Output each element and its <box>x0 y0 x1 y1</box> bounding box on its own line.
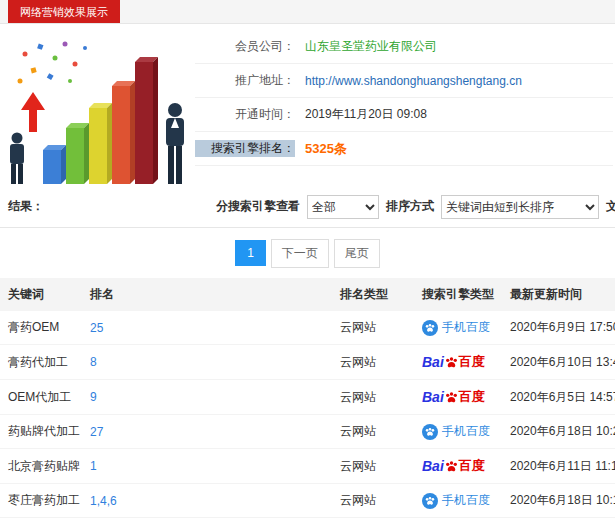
paw-icon <box>425 496 435 506</box>
mobile-baidu-icon: 手机百度 <box>422 319 490 336</box>
info-field-row: 搜索引擎排名：5325条 <box>195 132 613 166</box>
result-label: 结果： <box>8 198 44 215</box>
rank-cell[interactable]: 9 <box>82 380 332 415</box>
info-field-value: 5325条 <box>305 140 347 158</box>
topbar: 网络营销效果展示 <box>0 0 615 24</box>
info-field-label: 推广地址： <box>195 72 295 89</box>
engine-cell: 手机百度 <box>414 311 502 345</box>
rank-type-cell: 云网站 <box>332 345 414 380</box>
businessman-right-graphic <box>166 103 184 184</box>
engine-cell: Bai百度 <box>414 449 502 484</box>
keyword-cell: 膏药代加工 <box>0 345 82 380</box>
time-cell: 2020年6月11日 11:18 <box>502 449 615 484</box>
table-row: 膏药OEM25云网站手机百度2020年6月9日 17:50 <box>0 311 615 345</box>
page: 网络营销效果展示 <box>0 0 615 520</box>
paw-icon <box>425 427 435 437</box>
baidu-logo-icon: Bai百度 <box>422 353 485 371</box>
keyword-cell: 膏药OEM <box>0 311 82 345</box>
filter-controls: 分搜索引擎查看 全部 排序方式 关键词由短到长排序 文章类型 全部 提交 <box>216 194 615 220</box>
baidu-logo-icon: Bai百度 <box>422 388 485 406</box>
engine-cell: Bai百度 <box>414 380 502 415</box>
time-cell: 2020年6月18日 10:25 <box>502 415 615 449</box>
table-header-row: 关键词 排名 排名类型 搜索引擎类型 最新更新时间 <box>0 278 615 311</box>
tab-marketing-display[interactable]: 网络营销效果展示 <box>8 0 120 23</box>
sort-filter-label: 排序方式 <box>386 198 434 215</box>
keyword-cell: 枣庄膏药加工 <box>0 484 82 518</box>
time-cell: 2020年6月9日 17:50 <box>502 311 615 345</box>
table-row: 膏药代加工8云网站Bai百度2020年6月10日 13:40 <box>0 345 615 380</box>
engine-select[interactable]: 全部 <box>307 195 379 219</box>
table-row: OEM代加工9云网站Bai百度2020年6月5日 14:57 <box>0 380 615 415</box>
paw-icon <box>445 391 458 404</box>
table-row: 药贴牌代加工27云网站手机百度2020年6月18日 10:25 <box>0 415 615 449</box>
article-type-label: 文章类型 <box>606 198 615 215</box>
paw-icon <box>445 460 458 473</box>
info-field-label: 开通时间： <box>195 106 295 123</box>
keyword-cell: OEM代加工 <box>0 380 82 415</box>
paw-icon <box>445 356 458 369</box>
baidu-logo-icon: Bai百度 <box>422 457 485 475</box>
col-keyword: 关键词 <box>0 278 82 311</box>
mobile-baidu-icon: 手机百度 <box>422 423 490 440</box>
info-field-value: 2019年11月20日 09:08 <box>305 106 427 123</box>
growth-chart-graphic <box>5 36 190 186</box>
up-arrow-icon <box>21 92 45 132</box>
rank-cell[interactable]: 8 <box>82 345 332 380</box>
keyword-cell: 药贴牌代加工 <box>0 415 82 449</box>
col-rank-type: 排名类型 <box>332 278 414 311</box>
pagination: 1 下一页 尾页 <box>0 228 615 278</box>
info-field-label: 会员公司： <box>195 38 295 55</box>
mobile-baidu-icon: 手机百度 <box>422 492 490 509</box>
next-page-button[interactable]: 下一页 <box>271 239 329 268</box>
col-rank: 排名 <box>82 278 332 311</box>
table-row: 枣庄膏药加工1,4,6云网站手机百度2020年6月18日 10:19 <box>0 484 615 518</box>
rank-type-cell: 云网站 <box>332 449 414 484</box>
rank-type-cell: 云网站 <box>332 415 414 449</box>
keyword-rank-table: 关键词 排名 排名类型 搜索引擎类型 最新更新时间 膏药OEM25云网站手机百度… <box>0 278 615 520</box>
info-field-row: 会员公司：山东皇圣堂药业有限公司 <box>195 30 613 64</box>
engine-cell: 手机百度 <box>414 415 502 449</box>
info-section: 会员公司：山东皇圣堂药业有限公司推广地址：http://www.shandong… <box>0 24 615 186</box>
rank-cell[interactable]: 1 <box>82 449 332 484</box>
time-cell: 2020年6月18日 10:19 <box>502 484 615 518</box>
rank-type-cell: 云网站 <box>332 380 414 415</box>
engine-cell: Bai百度 <box>414 345 502 380</box>
promotion-url-link[interactable]: http://www.shandonghuangshengtang.cn <box>305 74 522 88</box>
info-field-value: 山东皇圣堂药业有限公司 <box>305 38 437 55</box>
engine-filter-label: 分搜索引擎查看 <box>216 198 300 215</box>
time-cell: 2020年6月5日 14:57 <box>502 380 615 415</box>
info-field-row: 开通时间：2019年11月20日 09:08 <box>195 98 613 132</box>
table-body: 膏药OEM25云网站手机百度2020年6月9日 17:50膏药代加工8云网站Ba… <box>0 311 615 520</box>
info-field-row: 推广地址：http://www.shandonghuangshengtang.c… <box>195 64 613 98</box>
paw-icon <box>425 323 435 333</box>
engine-cell: 手机百度 <box>414 484 502 518</box>
rank-cell[interactable]: 27 <box>82 415 332 449</box>
info-fields: 会员公司：山东皇圣堂药业有限公司推广地址：http://www.shandong… <box>195 30 615 186</box>
page-number-current[interactable]: 1 <box>235 240 266 266</box>
filter-bar: 结果： 分搜索引擎查看 全部 排序方式 关键词由短到长排序 文章类型 全部 提交 <box>0 186 615 228</box>
rank-type-cell: 云网站 <box>332 484 414 518</box>
time-cell: 2020年6月10日 13:40 <box>502 345 615 380</box>
last-page-button[interactable]: 尾页 <box>334 239 380 268</box>
rank-type-cell: 云网站 <box>332 311 414 345</box>
businessman-left-graphic <box>10 133 24 185</box>
col-update-time: 最新更新时间 <box>502 278 615 311</box>
info-field-label: 搜索引擎排名： <box>195 140 295 157</box>
keyword-cell: 北京膏药贴牌 <box>0 449 82 484</box>
rank-cell[interactable]: 25 <box>82 311 332 345</box>
rank-cell[interactable]: 1,4,6 <box>82 484 332 518</box>
bar-chart-illustration <box>0 30 195 186</box>
sort-select[interactable]: 关键词由短到长排序 <box>441 195 599 219</box>
col-engine-type: 搜索引擎类型 <box>414 278 502 311</box>
table-row: 北京膏药贴牌1云网站Bai百度2020年6月11日 11:18 <box>0 449 615 484</box>
